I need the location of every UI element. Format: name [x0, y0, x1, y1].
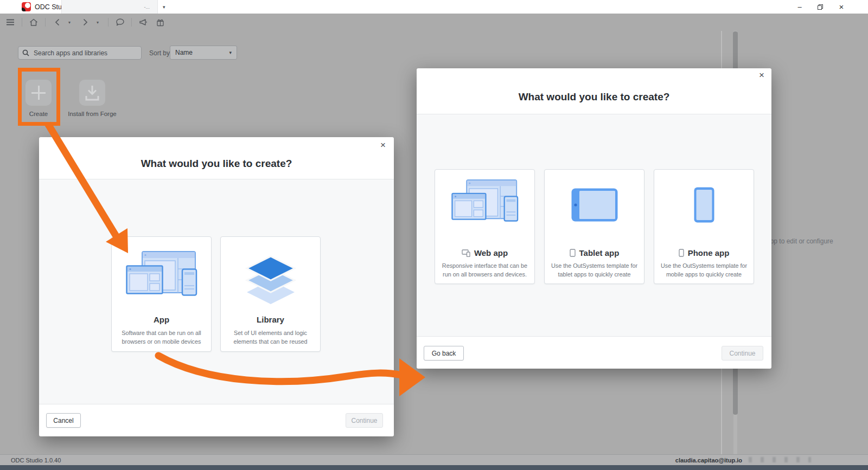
forward-icon[interactable]	[80, 17, 91, 28]
card-description: Software that can be run on all browsers…	[117, 329, 207, 346]
status-bar: ODC Studio 1.0.40 claudia.capitao@itup.i…	[0, 454, 868, 466]
card-title-text: Tablet app	[579, 248, 620, 257]
card-title: Phone app	[654, 248, 754, 257]
forward-history-icon[interactable]: ▾	[97, 20, 102, 25]
close-icon[interactable]: ×	[756, 70, 767, 81]
search-icon	[22, 49, 29, 56]
web-app-illustration	[451, 179, 519, 231]
document-tab[interactable]: -...	[61, 0, 158, 14]
card-title: Tablet app	[545, 248, 644, 257]
odc-logo-icon	[22, 2, 31, 11]
background-hint-text: app to edit or configure	[767, 237, 833, 245]
web-app-card[interactable]: Web app Responsive interface that can be…	[435, 169, 535, 284]
card-description: Use the OutSystems template for tablet a…	[549, 261, 640, 279]
go-back-button[interactable]: Go back	[424, 346, 464, 360]
library-card[interactable]: Library Set of UI elements and logic ele…	[220, 236, 321, 352]
home-icon[interactable]	[28, 17, 39, 28]
redacted-smudge	[749, 457, 811, 462]
app-card[interactable]: App Software that can be run on all brow…	[111, 236, 212, 352]
toolbar-separator	[45, 18, 46, 27]
phone-app-icon	[679, 249, 684, 257]
card-title: Web app	[435, 248, 534, 257]
toolbar-separator	[108, 18, 108, 27]
card-title-text: Web app	[474, 248, 508, 257]
cancel-button[interactable]: Cancel	[46, 413, 81, 428]
title-bar: ODC Studio -... ▾ – ×	[0, 0, 868, 14]
version-label: ODC Studio 1.0.40	[11, 455, 61, 466]
dialog-body	[39, 179, 394, 404]
tablet-illustration	[571, 188, 618, 224]
library-layers-illustration	[241, 254, 301, 306]
toolbar-separator	[131, 18, 132, 27]
dialog-title: What would you like to create?	[39, 158, 394, 170]
card-description: Responsive interface that can be run on …	[439, 261, 531, 279]
app-devices-illustration	[126, 251, 197, 306]
dialog-title: What would you like to create?	[417, 91, 771, 103]
tab-dropdown-icon[interactable]: ▾	[163, 0, 165, 14]
odc-studio-window: ODC Studio -... ▾ – × ▾ ▾	[0, 0, 868, 470]
create-tile-label: Create	[12, 111, 65, 118]
restore-button[interactable]	[811, 0, 829, 14]
toolbar-separator	[22, 18, 22, 27]
sort-select[interactable]: Name ▾	[170, 46, 237, 60]
feedback-icon[interactable]	[114, 17, 125, 28]
user-email: claudia.capitao@itup.io	[675, 455, 742, 466]
card-title: App	[112, 315, 211, 324]
search-input[interactable]	[33, 49, 137, 57]
close-icon[interactable]: ×	[378, 140, 388, 151]
continue-button[interactable]: Continue	[722, 346, 763, 360]
create-app-type-dialog: What would you like to create? ×	[39, 137, 394, 436]
close-window-button[interactable]: ×	[832, 0, 851, 14]
search-box	[18, 46, 142, 60]
back-history-icon[interactable]: ▾	[68, 20, 74, 25]
create-tile[interactable]: Create	[12, 80, 65, 118]
web-app-icon	[462, 249, 470, 257]
sort-select-value: Name	[175, 49, 193, 56]
tablet-app-icon	[570, 249, 576, 257]
card-description: Use the OutSystems template for mobile a…	[659, 261, 750, 279]
menu-icon[interactable]	[5, 17, 16, 28]
card-title: Library	[221, 315, 320, 324]
phone-illustration	[694, 187, 714, 225]
document-tab-label: -...	[144, 4, 150, 10]
create-plus-icon	[25, 80, 52, 106]
sort-by-label: Sort by	[149, 46, 170, 60]
install-from-forge-tile[interactable]: Install from Forge	[66, 80, 118, 118]
chevron-down-icon: ▾	[229, 50, 232, 55]
announcements-icon[interactable]	[138, 17, 149, 28]
window-bottom-edge	[0, 465, 868, 470]
continue-button[interactable]: Continue	[346, 413, 383, 428]
back-icon[interactable]	[52, 17, 62, 28]
card-description: Set of UI elements and logic elements th…	[227, 329, 314, 346]
card-title-text: Phone app	[688, 248, 730, 257]
main-toolbar: ▾ ▾	[0, 14, 868, 31]
phone-app-card[interactable]: Phone app Use the OutSystems template fo…	[654, 169, 754, 284]
tablet-app-card[interactable]: Tablet app Use the OutSystems template f…	[544, 169, 644, 284]
whats-new-icon[interactable]	[155, 17, 165, 28]
minimize-button[interactable]: –	[790, 0, 809, 14]
install-tile-label: Install from Forge	[66, 111, 118, 118]
create-app-kind-dialog: What would you like to create? ×	[417, 68, 771, 369]
restore-icon	[817, 4, 824, 10]
download-icon	[79, 80, 105, 106]
